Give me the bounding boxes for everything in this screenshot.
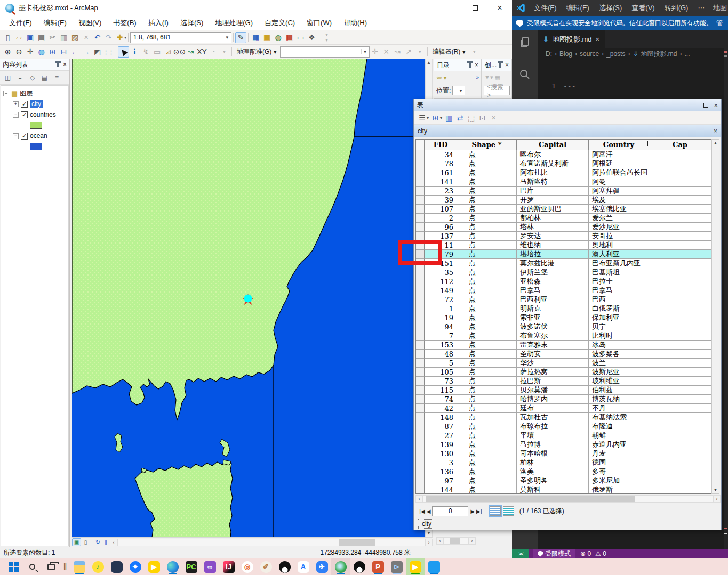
expand-icon[interactable]: + [13,101,19,107]
toolbar-icon[interactable]: ▨ [69,32,81,43]
toolbar-icon[interactable]: ◍ [36,46,47,58]
menu-item[interactable]: ··· [693,3,709,13]
table-row[interactable]: 144 点 莫斯科 俄罗斯 [416,485,711,494]
row-selector[interactable] [416,150,425,159]
table-tool-icon[interactable]: ⊡ [477,112,488,124]
map-canvas[interactable] [72,59,425,537]
table-row[interactable]: 161 点 阿布扎比 阿拉伯联合酋长国 [416,168,711,177]
map-view[interactable] [72,59,425,537]
row-selector[interactable] [416,449,425,458]
close-icon[interactable]: × [63,61,67,68]
row-selector[interactable] [416,368,425,377]
manage-link[interactable]: 管 [716,19,723,28]
toolbar-icon[interactable]: ⬚ [103,46,114,58]
close-icon[interactable]: × [714,102,718,109]
toolbar-icon[interactable]: ⊕ [2,46,13,58]
toolbar-icon[interactable]: ⊖ [13,46,25,58]
table-row[interactable]: 97 点 圣多明各 多米尼加 [416,476,711,485]
table-row[interactable]: 23 点 巴库 阿塞拜疆 [416,187,711,196]
taskbar-app[interactable]: ✐ [257,558,275,575]
toolbar-icon[interactable]: → [81,46,92,58]
task-view-button[interactable] [42,558,60,575]
ocean-swatch[interactable] [30,143,42,150]
scroll-right-arrow[interactable]: › [425,539,433,546]
table-row[interactable]: 3 点 柏林 德国 [416,458,711,467]
grid-horizontal-scrollbar[interactable]: ‹ › [415,495,721,503]
georef-tool-icon[interactable]: ↗ [403,46,414,58]
toolbar-icon[interactable]: ▦ [250,32,261,43]
menu-item[interactable]: 书签(B) [107,18,142,28]
close-icon[interactable]: × [505,62,509,68]
row-selector[interactable] [416,331,425,341]
toc-layer-countries[interactable]: − ✓ countries [1,109,68,120]
toolbar-icon[interactable]: ⊿ [163,46,174,58]
header-cap[interactable]: Cap [649,140,711,150]
close-button[interactable]: × [487,0,512,16]
close-icon[interactable]: × [475,62,478,68]
refresh-icon[interactable]: ↻ [94,537,102,548]
close-icon[interactable]: × [714,128,717,134]
editor-menu[interactable]: 编辑器(R) ▾ [429,47,469,56]
toc-tool-icon[interactable]: ◒ [14,72,26,83]
table-tool-icon[interactable]: ☰ [417,112,428,124]
toolbar-icon[interactable]: ↝ [185,46,196,58]
data-view-button[interactable]: ▣ [72,538,81,546]
row-selector[interactable] [416,350,425,359]
table-row[interactable]: 78 点 布宜诺斯艾利斯 阿根廷 [416,159,711,168]
row-selector[interactable] [416,377,425,386]
menu-item[interactable]: 编辑(E) [38,18,73,28]
toc-layer-ocean[interactable]: − ✓ ocean [1,131,68,141]
toolbar-icon[interactable]: ▤ [36,32,47,43]
table-row[interactable]: 48 点 圣胡安 波多黎各 [416,350,711,359]
row-selector[interactable] [416,295,425,304]
scale-combo[interactable]: 1:8, 768, 681▾ [130,32,231,43]
header-country[interactable]: Country [589,140,649,150]
table-titlebar[interactable]: 表 × [414,99,721,111]
table-row[interactable]: 5 点 华沙 波兰 [416,359,711,368]
table-row[interactable]: 39 点 开罗 埃及 [416,196,711,205]
overflow-icon[interactable]: ▾▾ [321,32,332,43]
map-horizontal-scrollbar[interactable] [117,539,425,546]
show-selected-records-button[interactable] [503,506,514,516]
collapse-icon[interactable]: − [3,91,9,96]
problems-errors[interactable]: ⊗ 0 [580,550,591,557]
chevron-down-icon[interactable]: ▾ [223,35,228,40]
countries-swatch[interactable] [30,122,42,129]
toc-layers-root[interactable]: − ▤ 图层 [1,88,68,99]
row-selector[interactable] [416,322,425,331]
toolbar-icon[interactable]: ✚ [114,32,125,43]
toolbar-icon[interactable]: ⊙⊙ [174,46,185,58]
row-selector[interactable] [416,440,425,449]
table-row[interactable]: 151 点 莫尔兹比港 巴布亚新几内亚 [416,259,711,268]
taskbar-app[interactable] [70,558,89,575]
create-search-input[interactable]: <搜索> [484,86,510,95]
last-record-icon[interactable]: ▶∣ [476,508,482,514]
menu-item[interactable]: 视图(V) [73,18,107,28]
explorer-icon[interactable] [512,30,538,55]
toolbar-icon[interactable]: ▱ [13,32,25,43]
taskbar-app[interactable]: PC [182,558,201,575]
table-row[interactable]: 141 点 马斯喀特 阿曼 [416,177,711,187]
table-row[interactable]: 149 点 巴拿马 巴拿马 [416,286,711,295]
checkbox-checked-icon[interactable]: ✓ [21,111,28,118]
remote-indicator[interactable]: >< [512,549,529,558]
taskbar-search-button[interactable] [23,558,42,575]
tab-map-projection-md[interactable]: ⇓ 地图投影.md × [538,30,605,48]
georef-tool-icon[interactable]: ↝ [392,46,403,58]
table-row[interactable]: 87 点 布琼布拉 布隆迪 [416,422,711,431]
table-row[interactable]: 79 点 堪培拉 澳大利亚 [416,250,711,259]
toc-tool-icon[interactable]: ◫ [2,72,13,83]
taskbar-app[interactable]: ◎ [238,558,257,575]
breadcrumb[interactable]: D:› Blog› source› _posts› ⇓ 地图投影.md› ... [538,48,728,60]
georef-tool-icon[interactable]: ✛ [370,46,381,58]
record-number-input[interactable] [432,506,468,516]
table-row[interactable]: 42 点 廷布 不丹 [416,404,711,413]
taskbar-app[interactable]: ∞ [201,558,219,575]
menu-item[interactable]: 转到(G) [660,3,693,13]
taskbar-app[interactable] [107,558,126,575]
editor-pencil-icon[interactable]: ✎ [235,32,246,43]
toolbar-icon[interactable]: ▭ [151,46,163,58]
row-selector[interactable] [416,214,425,223]
row-selector[interactable] [416,304,425,313]
pin-icon[interactable] [499,63,501,68]
